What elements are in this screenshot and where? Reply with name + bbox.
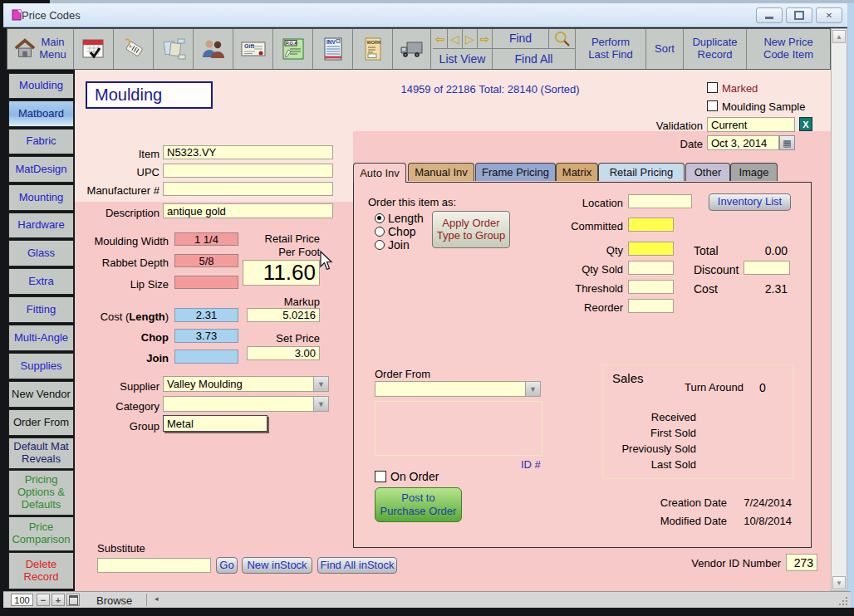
item-field[interactable]: N5323.VY	[163, 145, 333, 159]
sidebar-item-delete-record[interactable]: Delete Record	[8, 552, 74, 589]
tab-auto-inv[interactable]: Auto Inv	[353, 163, 406, 183]
work-order-toolbar-button[interactable]: WORK	[353, 29, 393, 69]
gift-certificate-toolbar-button[interactable]: Gift	[233, 29, 273, 69]
group-field[interactable]: Metal	[163, 415, 267, 432]
lip-size-field[interactable]	[174, 276, 238, 289]
tab-manual-inv[interactable]: Manual Inv	[408, 163, 474, 181]
chevron-down-icon[interactable]: ▼	[525, 382, 540, 396]
substitute-field[interactable]	[97, 558, 211, 573]
sidebar-item-pricing-options[interactable]: Pricing Options & Defaults	[8, 470, 74, 516]
find-all-instock-button[interactable]: Find All inStock	[317, 557, 397, 574]
customers-toolbar-button[interactable]	[194, 29, 233, 69]
inventory-list-button[interactable]: Inventory List	[709, 193, 791, 211]
scroll-down-button[interactable]: ▼	[832, 576, 846, 589]
status-scroll-left-icon[interactable]: ◂	[155, 594, 159, 603]
new-instock-button[interactable]: New inStock	[242, 557, 312, 574]
sidebar-item-price-comparison[interactable]: Price Comparison	[8, 516, 74, 551]
sidebar-item-fabric[interactable]: Fabric	[8, 129, 74, 154]
zoom-out-button[interactable]: −	[37, 594, 50, 606]
sidebar-item-fitting[interactable]: Fitting	[8, 296, 74, 323]
moulding-sample-checkbox[interactable]	[707, 100, 718, 111]
set-price-field[interactable]: 3.00	[247, 346, 320, 360]
sidebar-item-new-vendor[interactable]: New Vendor	[8, 381, 74, 408]
chevron-down-icon[interactable]: ▼	[313, 397, 328, 411]
order-from-listbox[interactable]	[375, 401, 542, 456]
sidebar-item-matboard[interactable]: Matboard	[8, 100, 74, 127]
sidebar-item-multi-angle[interactable]: Multi-Angle	[8, 325, 74, 351]
calendar-toolbar-button[interactable]	[74, 29, 114, 69]
sidebar-item-default-mat-reveals[interactable]: Default Mat Reveals	[8, 438, 74, 469]
resize-grip[interactable]	[839, 597, 847, 605]
tab-other[interactable]: Other	[685, 163, 730, 181]
validation-field[interactable]: Current	[707, 117, 795, 132]
tab-retail-pricing[interactable]: Retail Pricing	[598, 163, 685, 181]
perform-last-find-button[interactable]: Perform Last Find	[576, 29, 646, 69]
qty-field[interactable]	[628, 242, 674, 256]
tab-matrix[interactable]: Matrix	[556, 163, 598, 181]
vendor-id-field[interactable]: 273	[786, 554, 817, 571]
sidebar-item-glass[interactable]: Glass	[8, 240, 74, 266]
on-order-checkbox[interactable]	[375, 471, 386, 482]
qty-sold-field[interactable]	[628, 261, 674, 275]
marked-checkbox[interactable]	[707, 82, 718, 93]
location-field[interactable]	[628, 194, 692, 208]
tab-frame-pricing[interactable]: Frame Pricing	[475, 163, 556, 181]
apply-order-type-button[interactable]: Apply OrderType to Group	[432, 211, 510, 248]
cost-length-field[interactable]: 2.31	[174, 308, 238, 322]
invoice-toolbar-button[interactable]: INV	[313, 29, 353, 69]
markup-field[interactable]: 5.0216	[247, 308, 320, 322]
date-field[interactable]: Oct 3, 2014	[707, 135, 779, 150]
supplier-dropdown[interactable]: Valley Moulding▼	[163, 376, 329, 392]
category-dropdown[interactable]: ▼	[163, 396, 329, 412]
tab-image[interactable]: Image	[730, 163, 778, 181]
chevron-down-icon[interactable]: ▼	[313, 377, 328, 391]
new-price-code-item-button[interactable]: New Price Code Item	[747, 29, 830, 69]
vertical-scrollbar[interactable]	[831, 28, 847, 591]
sidebar-item-extra[interactable]: Extra	[8, 268, 74, 295]
list-view-button[interactable]: List View	[433, 49, 493, 69]
sidebar-item-order-from[interactable]: Order From	[8, 409, 74, 436]
radio-join[interactable]	[375, 240, 385, 250]
delivery-truck-toolbar-button[interactable]	[393, 29, 431, 69]
restore-button[interactable]	[786, 7, 812, 23]
chop-field[interactable]: 3.73	[174, 329, 238, 343]
reorder-field[interactable]	[628, 299, 674, 313]
close-button[interactable]: ✕	[816, 7, 842, 23]
validation-clear-button[interactable]: X	[799, 117, 812, 131]
price-tag-toolbar-button[interactable]	[114, 29, 154, 69]
order-from-dropdown[interactable]: ▼	[375, 381, 541, 397]
duplicate-record-button[interactable]: Duplicate Record	[684, 29, 747, 69]
find-magnifier-button[interactable]	[549, 29, 576, 49]
main-menu-button[interactable]: Main Menu	[7, 29, 74, 69]
sidebar-item-hardware[interactable]: Hardware	[8, 213, 74, 238]
purchase-order-toolbar-button[interactable]: P.O.#	[273, 29, 313, 69]
zoom-level-box[interactable]: 100	[11, 594, 33, 606]
committed-field[interactable]	[628, 218, 674, 232]
join-field[interactable]	[174, 350, 238, 364]
go-first-record-button[interactable]: ⇦	[433, 29, 448, 49]
go-last-record-button[interactable]: ⇨	[478, 29, 493, 49]
manufacturer-field[interactable]	[163, 182, 333, 196]
scroll-up-button[interactable]: ▲	[832, 30, 846, 43]
zoom-in-button[interactable]: +	[52, 594, 65, 606]
radio-length[interactable]	[375, 213, 385, 223]
minimize-button[interactable]	[756, 7, 783, 23]
sort-button[interactable]: Sort	[646, 29, 684, 69]
description-field[interactable]: antique gold	[163, 203, 333, 218]
radio-chop[interactable]	[375, 227, 385, 237]
go-button[interactable]: Go	[216, 557, 238, 574]
post-to-purchase-order-button[interactable]: Post toPurchase Order	[375, 487, 462, 522]
mode-selector[interactable]: Browse	[96, 594, 132, 607]
sidebar-item-supplies[interactable]: Supplies	[8, 353, 74, 379]
go-next-record-button[interactable]: ▷	[463, 29, 478, 49]
rabbet-depth-field[interactable]: 5/8	[174, 254, 238, 267]
go-previous-record-button[interactable]: ◁	[448, 29, 463, 49]
sidebar-item-matdesign[interactable]: MatDesign	[8, 156, 74, 183]
title-bar[interactable]: Price Codes ✕	[3, 3, 847, 27]
layouts-toolbar-button[interactable]	[154, 29, 194, 69]
threshold-field[interactable]	[628, 280, 674, 294]
retail-price-field[interactable]: 11.60	[243, 260, 320, 286]
sidebar-item-mounting[interactable]: Mounting	[8, 184, 74, 211]
upc-field[interactable]	[163, 164, 333, 178]
find-button[interactable]: Find	[493, 29, 549, 49]
